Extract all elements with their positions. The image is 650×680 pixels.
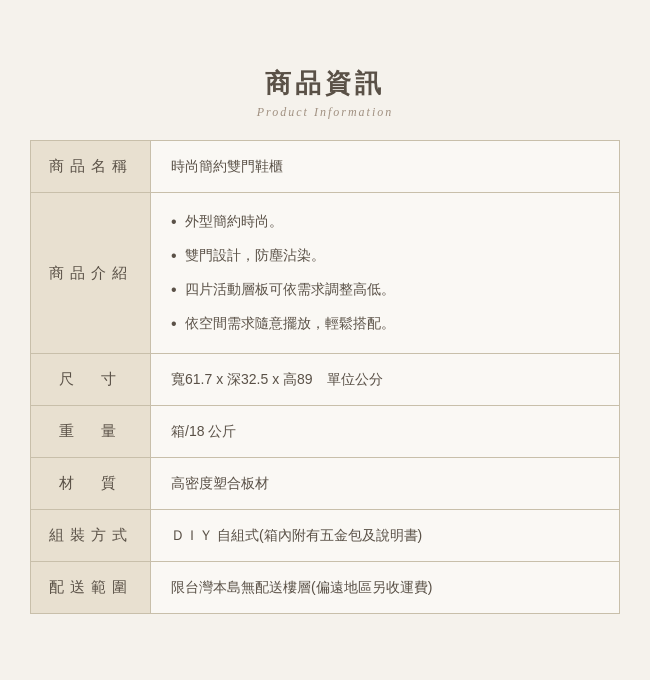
table-row: 商品名稱時尚簡約雙門鞋櫃 [31, 141, 619, 193]
row-value: ＤＩＹ 自組式(箱內附有五金包及說明書) [151, 510, 619, 561]
table-row: 商品介紹•外型簡約時尚。•雙門設計，防塵沾染。•四片活動層板可依需求調整高低。•… [31, 193, 619, 354]
row-value: •外型簡約時尚。•雙門設計，防塵沾染。•四片活動層板可依需求調整高低。•依空間需… [151, 193, 619, 353]
page-header: 商品資訊 Product Information [30, 66, 620, 120]
row-value: 箱/18 公斤 [151, 406, 619, 457]
table-row: 材 質高密度塑合板材 [31, 458, 619, 510]
row-label: 商品名稱 [31, 141, 151, 192]
row-label: 商品介紹 [31, 193, 151, 353]
list-item: •雙門設計，防塵沾染。 [171, 244, 325, 268]
row-label: 尺 寸 [31, 354, 151, 405]
table-row: 尺 寸寬61.7 x 深32.5 x 高89 單位公分 [31, 354, 619, 406]
table-row: 重 量箱/18 公斤 [31, 406, 619, 458]
product-info-table: 商品名稱時尚簡約雙門鞋櫃商品介紹•外型簡約時尚。•雙門設計，防塵沾染。•四片活動… [30, 140, 620, 614]
row-label: 組裝方式 [31, 510, 151, 561]
bullet-text: 依空間需求隨意擺放，輕鬆搭配。 [185, 312, 395, 334]
page-container: 商品資訊 Product Information 商品名稱時尚簡約雙門鞋櫃商品介… [20, 46, 630, 634]
row-value: 時尚簡約雙門鞋櫃 [151, 141, 619, 192]
list-item: •外型簡約時尚。 [171, 210, 283, 234]
row-value: 限台灣本島無配送樓層(偏遠地區另收運費) [151, 562, 619, 613]
row-value: 寬61.7 x 深32.5 x 高89 單位公分 [151, 354, 619, 405]
bullet-text: 外型簡約時尚。 [185, 210, 283, 232]
table-row: 配送範圍限台灣本島無配送樓層(偏遠地區另收運費) [31, 562, 619, 613]
page-subtitle: Product Information [30, 105, 620, 120]
table-row: 組裝方式ＤＩＹ 自組式(箱內附有五金包及說明書) [31, 510, 619, 562]
list-item: •依空間需求隨意擺放，輕鬆搭配。 [171, 312, 395, 336]
row-label: 配送範圍 [31, 562, 151, 613]
list-item: •四片活動層板可依需求調整高低。 [171, 278, 395, 302]
row-value: 高密度塑合板材 [151, 458, 619, 509]
page-title: 商品資訊 [30, 66, 620, 101]
row-label: 材 質 [31, 458, 151, 509]
bullet-text: 雙門設計，防塵沾染。 [185, 244, 325, 266]
bullet-text: 四片活動層板可依需求調整高低。 [185, 278, 395, 300]
row-label: 重 量 [31, 406, 151, 457]
